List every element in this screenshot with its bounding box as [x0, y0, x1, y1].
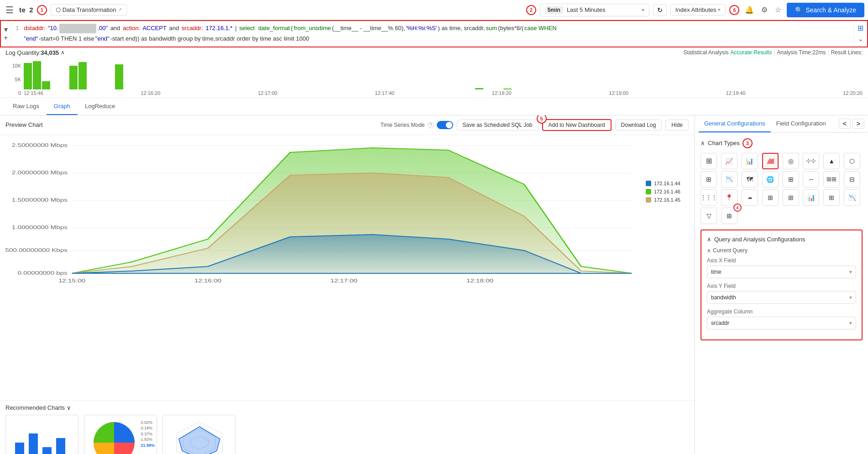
chart-type-7[interactable]: ⊟ — [844, 171, 860, 188]
chart-toolbar: Preview Chart Time Series Mode ? Save as… — [0, 115, 694, 135]
panel-prev-btn[interactable]: < — [839, 119, 851, 129]
chart-type-hex[interactable]: ⬡ — [844, 153, 860, 169]
recommended-chart-bar[interactable] — [5, 415, 78, 454]
index-attributes-btn[interactable]: Index Attributes ▾ — [670, 4, 726, 16]
aggregate-column: Aggregate Column srcaddr ▾ — [707, 308, 856, 329]
format-icon[interactable]: ⊞ — [858, 24, 863, 32]
axis-x-select[interactable]: time ▾ — [707, 266, 856, 278]
axis-y-field: Axis Y Field bandwidth ▾ — [707, 283, 856, 304]
chart-type-step4[interactable]: ⊞ 4 — [721, 208, 737, 224]
chart-type-5[interactable]: ↔ — [803, 171, 819, 188]
axis-y-select[interactable]: bandwidth ▾ — [707, 291, 856, 304]
histo-x-label: 12:17:40 — [375, 90, 394, 96]
recommended-title[interactable]: Recommended Charts ∨ — [5, 404, 689, 411]
chart-type-pie[interactable]: ◎ — [783, 153, 799, 169]
download-log-btn[interactable]: Download Log — [615, 120, 662, 130]
settings-icon[interactable]: ⚙ — [759, 4, 769, 16]
chart-type-11[interactable]: ⊞ — [783, 189, 799, 206]
histo-bar[interactable] — [24, 63, 32, 89]
chart-type-word[interactable]: ☁ — [742, 189, 758, 206]
tab-graph[interactable]: Graph — [47, 98, 78, 115]
right-tab-field[interactable]: Field Configuration — [771, 115, 831, 132]
histo-y-top: 10K — [5, 63, 21, 68]
question-mark-icon[interactable]: ? — [428, 122, 434, 128]
step5-badge: 5 — [537, 115, 547, 124]
tab-raw-logs[interactable]: Raw Logs — [5, 98, 47, 115]
chart-types-section: ∧ Chart Types 3 ⊞ 📈 📊 ◎ ⊹⊹ ▲ ⬡ — [701, 138, 863, 224]
log-qty-expand-icon[interactable]: ∧ — [61, 49, 65, 56]
tab-logreduce[interactable]: LogReduce — [78, 98, 123, 115]
histo-bar[interactable] — [33, 61, 41, 89]
recommended-chart-pie[interactable]: 0.02% 0.18% 0.37% 1.92% 21.99% — [84, 415, 157, 454]
chart-type-globe[interactable]: 🌐 — [762, 171, 779, 188]
histo-x-label: 12:19:40 — [726, 90, 746, 96]
histo-bar[interactable] — [42, 81, 50, 89]
chart-type-14[interactable]: 📉 — [844, 189, 860, 206]
preview-chart: 2.50000000 Mbps 2.00000000 Mbps 1.500000… — [0, 135, 694, 400]
chart-svg: 2.50000000 Mbps 2.00000000 Mbps 1.500000… — [5, 139, 689, 285]
data-transformation-tab[interactable]: ⬡ Data Transformation ↗ — [51, 4, 127, 16]
step3-badge: 3 — [743, 138, 753, 148]
add-dashboard-btn[interactable]: Add to New Dashboard — [542, 119, 612, 131]
save-scheduled-btn[interactable]: Save as Scheduled SQL Job — [457, 120, 539, 130]
chart-type-line[interactable]: 📈 — [721, 153, 737, 169]
chart-type-6[interactable]: ⊞⊞ — [823, 171, 840, 188]
query-text[interactable]: 1 dstaddr: "10.████████.00" and action: … — [11, 21, 853, 47]
svg-text:12:18:00: 12:18:00 — [466, 278, 493, 283]
bell-icon[interactable]: 🔔 — [743, 4, 756, 16]
svg-marker-24 — [179, 427, 220, 454]
query-add-btn[interactable]: + — [4, 34, 8, 42]
time-series-label: Time Series Mode — [381, 122, 425, 128]
right-tab-general[interactable]: General Configurations — [699, 115, 771, 132]
app-suffix: 2 — [29, 6, 33, 14]
chart-type-table[interactable]: ⊞ — [701, 153, 717, 169]
histo-bar[interactable] — [69, 66, 78, 89]
chart-type-2[interactable]: ⊞ — [701, 171, 717, 188]
result-lines-label: Result Lines: — [831, 49, 863, 56]
toggle-switch[interactable] — [437, 121, 453, 129]
histo-bar[interactable] — [78, 62, 87, 89]
chart-type-bar[interactable]: 📊 — [742, 153, 758, 169]
chart-type-9[interactable]: 📍 — [721, 189, 737, 206]
legend-item-blue: 172.16.1.44 — [646, 181, 680, 186]
chart-type-13[interactable]: ⊞ — [823, 189, 840, 206]
chart-type-4[interactable]: ⊞ — [783, 171, 799, 188]
step4-badge: 4 — [733, 204, 742, 212]
current-query-chevron[interactable]: ∧ — [707, 247, 711, 254]
app-header: ☰ te2 1 ⬡ Data Transformation ↗ 2 5min L… — [0, 0, 868, 20]
query-right-controls: ⊞ ⌄ — [853, 21, 867, 47]
star-icon[interactable]: ☆ — [773, 4, 783, 16]
chart-type-area[interactable] — [762, 153, 779, 169]
histo-bar[interactable] — [115, 64, 123, 89]
menu-icon[interactable]: ☰ — [4, 3, 16, 17]
histo-x-label: 12:16:20 — [141, 90, 160, 96]
index-attr-label: Index Attributes — [675, 6, 716, 13]
svg-text:12:15:00: 12:15:00 — [58, 278, 85, 283]
chart-type-8[interactable]: ⋮⋮⋮ — [701, 189, 717, 206]
chart-type-3[interactable]: 📉 — [721, 171, 737, 188]
search-analyze-button[interactable]: 🔍 Search & Analyze — [787, 3, 864, 17]
chart-type-12[interactable]: 📊 — [803, 189, 819, 206]
query-expand-btn[interactable]: ▾ — [4, 26, 8, 33]
separator2: | — [827, 49, 829, 56]
legend-item-green: 172.16.1.46 — [646, 189, 680, 194]
time-range-selector[interactable]: 5min Last 5 Minutes ▾ — [540, 4, 649, 16]
refresh-button[interactable]: ↻ — [653, 4, 667, 16]
accurate-results-label: Accurate Results — [730, 49, 772, 56]
time-series-mode-control: Time Series Mode ? — [381, 121, 453, 129]
aggregate-select[interactable]: srcaddr ▾ — [707, 317, 856, 329]
tabs-row: Raw Logs Graph LogReduce — [0, 98, 868, 115]
panel-next-btn[interactable]: > — [852, 119, 864, 129]
recommended-chart-radar[interactable] — [162, 415, 235, 454]
histo-x-label: 12:19:00 — [609, 90, 628, 96]
chart-type-15[interactable]: ▽ — [701, 208, 717, 224]
chart-type-scatter[interactable]: ⊹⊹ — [803, 153, 819, 169]
hide-btn[interactable]: Hide — [665, 120, 689, 130]
chart-types-chevron[interactable]: ∧ — [701, 140, 705, 146]
collapse-icon[interactable]: ⌄ — [858, 35, 863, 42]
chart-type-10[interactable]: ⊞ — [762, 189, 779, 206]
query-config-chevron[interactable]: ∧ — [707, 236, 711, 243]
chart-type-map[interactable]: 🗺 — [742, 171, 758, 188]
svg-text:1.00000000 Mbps: 1.00000000 Mbps — [12, 224, 68, 230]
chart-type-funnel[interactable]: ▲ — [823, 153, 840, 169]
